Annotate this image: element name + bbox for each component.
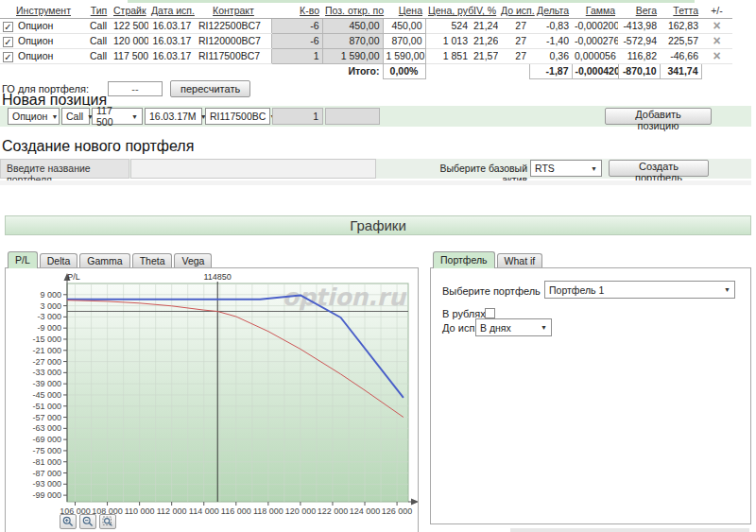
svg-text:120 000: 120 000 (285, 506, 317, 516)
zoom-out-icon (82, 516, 94, 527)
column-header-9[interactable]: Цена, руб. (425, 4, 471, 18)
column-header-10[interactable]: IV, % (471, 4, 498, 18)
strike-select[interactable]: 117 500 ▼ (92, 108, 143, 125)
cell-price[interactable]: 450,00 (383, 18, 425, 33)
table-row: ✓ОпционCall117 50016.03.17RI117500BC711 … (0, 48, 732, 63)
chart-tabs: P/LDeltaGammaThetaVega (8, 251, 212, 268)
totals-label: Итого: (322, 63, 383, 78)
cell-price[interactable]: 1 590,00 (383, 48, 425, 63)
svg-text:-21 000: -21 000 (32, 346, 61, 355)
svg-text:-57 000: -57 000 (32, 413, 61, 422)
column-header-16[interactable]: +/- (701, 4, 732, 18)
base-asset-select[interactable]: RTS ▼ (530, 160, 602, 177)
tab-gamma[interactable]: Gamma (79, 253, 129, 268)
delete-position-button[interactable]: × (713, 33, 720, 48)
tab-delta[interactable]: Delta (40, 253, 78, 268)
totals-row: Итого:0,00%-1,87-0,000420-870,10341,74 (0, 63, 732, 78)
tab-what-if[interactable]: What if (497, 253, 543, 268)
quantity-field[interactable]: 1 (272, 108, 323, 125)
create-portfolio-button[interactable]: Создать портфель (609, 160, 709, 177)
portfolio-select[interactable]: Портфель 1 ▼ (544, 281, 735, 299)
cell-exp_date: 16.03.17 (148, 48, 196, 63)
cell-open_pos[interactable]: 870,00 (322, 33, 383, 48)
column-header-6[interactable]: К-во (271, 4, 322, 18)
svg-text:-45 000: -45 000 (32, 390, 61, 400)
column-header-13[interactable]: Гамма (572, 4, 618, 18)
portfolio-name-input[interactable] (130, 159, 376, 179)
tab-портфель[interactable]: Портфель (433, 251, 495, 268)
row-checkbox[interactable]: ✓ (3, 22, 13, 32)
column-header-7[interactable]: Поз. откр. по (322, 4, 383, 18)
cell-price_rub: 1 013 (425, 33, 471, 48)
svg-text:-81 000: -81 000 (32, 457, 61, 467)
cell-strike: 122 500 (111, 18, 148, 33)
recalculate-button[interactable]: пересчитать (170, 80, 250, 97)
instrument-select[interactable]: Опцион ▼ (8, 108, 60, 125)
cell-open_pos[interactable]: 1 590,00 (322, 48, 383, 63)
column-header-15[interactable]: Тетта (660, 4, 701, 18)
chevron-down-icon: ▼ (724, 286, 730, 293)
cell-iv: 21,24 (471, 18, 498, 33)
add-position-button[interactable]: Добавить позицию (605, 108, 712, 125)
cell-price[interactable]: 870,00 (383, 33, 425, 48)
cell-qty[interactable]: -6 (271, 18, 322, 33)
cell-iv: 21,26 (471, 33, 498, 48)
svg-text:112 000: 112 000 (157, 506, 187, 516)
svg-text:-51 000: -51 000 (32, 402, 61, 411)
column-header-14[interactable]: Вега (618, 4, 660, 18)
cell-exp_date: 16.03.17 (148, 18, 196, 33)
empty-field[interactable] (325, 108, 380, 125)
delete-position-button[interactable]: × (713, 18, 720, 33)
column-header-4[interactable]: Дата исп. (148, 4, 196, 18)
create-portfolio-row: Введите название портфеля Выберите базов… (0, 159, 751, 179)
option-type-select[interactable]: Call ▼ (61, 108, 90, 125)
cell-vega: -572,94 (618, 33, 660, 48)
zoom-selection-button[interactable] (99, 514, 116, 529)
svg-text:124 000: 124 000 (350, 506, 381, 516)
cell-delta: -1,40 (529, 33, 572, 48)
cell-price_rub: 524 (425, 18, 471, 33)
row-checkbox[interactable]: ✓ (3, 37, 13, 47)
instrument-label: Опцион (18, 20, 53, 31)
svg-text:-69 000: -69 000 (32, 435, 61, 444)
column-header-5[interactable]: Контракт (196, 4, 271, 18)
svg-text:-63 000: -63 000 (32, 423, 61, 433)
column-header-3[interactable]: Страйк (111, 4, 148, 18)
zoom-in-button[interactable] (60, 514, 77, 529)
total-greek: -0,000420 (572, 63, 618, 78)
contract-select[interactable]: RI117500BC ▼ (205, 108, 270, 125)
svg-text:122 000: 122 000 (318, 506, 349, 516)
table-row: ✓ОпционCall120 00016.03.17RI120000BC7-68… (0, 33, 732, 48)
cell-qty[interactable]: -6 (271, 33, 322, 48)
rubles-checkbox[interactable] (485, 308, 495, 318)
column-header-11[interactable]: До исп. (498, 4, 529, 18)
row-checkbox[interactable]: ✓ (3, 52, 13, 62)
zoom-selection-icon (102, 516, 113, 527)
tab-theta[interactable]: Theta (132, 253, 173, 268)
cell-strike: 117 500 (111, 48, 148, 63)
delete-position-button[interactable]: × (713, 48, 720, 63)
svg-text:-87 000: -87 000 (32, 469, 61, 478)
column-header-2[interactable]: Тип (87, 4, 111, 18)
go-input[interactable] (108, 81, 163, 96)
cell-price_rub: 1 851 (425, 48, 471, 63)
column-header-12[interactable]: Дельта (529, 4, 572, 18)
days-select[interactable]: В днях ▼ (475, 318, 552, 336)
svg-text:-99 000: -99 000 (32, 490, 61, 500)
cell-theta: 225,57 (660, 33, 701, 48)
cell-open_pos[interactable]: 450,00 (322, 18, 383, 33)
charts-section-header: Графики (5, 215, 751, 235)
cell-contract: RI120000BC7 (196, 33, 271, 48)
cell-exp_date: 16.03.17 (148, 33, 196, 48)
expiry-date-select[interactable]: 16.03.17М ▼ (145, 108, 202, 125)
chevron-down-icon: ▼ (51, 113, 58, 120)
svg-text:P/L: P/L (67, 272, 80, 282)
column-header-1[interactable]: Инструмент (0, 4, 87, 18)
column-header-8[interactable]: Цена (383, 4, 425, 18)
tab-vega[interactable]: Vega (174, 253, 212, 268)
cell-qty[interactable]: 1 (271, 48, 322, 63)
cell-vega: 116,82 (618, 48, 660, 63)
create-portfolio-title: Создание нового портфеля (2, 138, 194, 155)
zoom-out-button[interactable] (79, 514, 96, 529)
tab-p-l[interactable]: P/L (8, 251, 38, 268)
